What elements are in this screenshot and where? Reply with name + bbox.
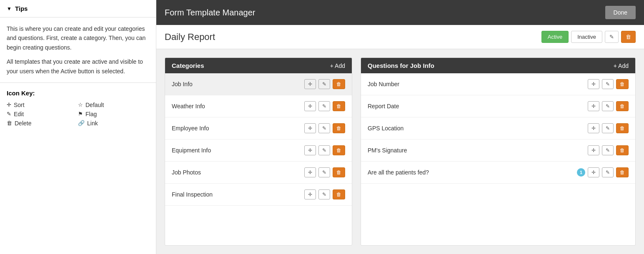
category-item-actions: ✛ ✎ 🗑 <box>304 79 345 89</box>
columns-area: Categories + Add Job Info ✛ ✎ 🗑 Weather … <box>156 49 644 254</box>
category-edit-button[interactable]: ✎ <box>318 189 330 199</box>
question-label: PM's Signature <box>368 147 588 154</box>
category-item-final-inspection[interactable]: Final Inspection ✛ ✎ 🗑 <box>165 184 352 206</box>
question-edit-button[interactable]: ✎ <box>602 167 614 177</box>
icon-key-link: 🔗 Link <box>78 120 149 127</box>
category-edit-button[interactable]: ✎ <box>318 145 330 155</box>
sort-label: Sort <box>14 102 25 108</box>
category-edit-button[interactable]: ✎ <box>318 167 330 177</box>
question-edit-button[interactable]: ✎ <box>602 145 614 155</box>
icon-key-edit: ✎ Edit <box>7 111 78 117</box>
category-label: Job Photos <box>172 169 304 176</box>
questions-panel-title: Questions for Job Info <box>368 62 434 69</box>
form-actions: Active Inactive ✎ 🗑 <box>541 31 636 43</box>
category-item-job-photos[interactable]: Job Photos ✛ ✎ 🗑 <box>165 162 352 184</box>
category-item-weather-info[interactable]: Weather Info ✛ ✎ 🗑 <box>165 95 352 117</box>
category-delete-button[interactable]: 🗑 <box>333 79 345 89</box>
question-delete-button[interactable]: 🗑 <box>616 167 629 177</box>
category-sort-button[interactable]: ✛ <box>304 79 316 89</box>
default-icon: ☆ <box>78 102 83 108</box>
icon-key-grid: ✛ Sort ☆ Default ✎ Edit ⚑ Flag 🗑 Delete … <box>7 102 149 127</box>
category-item-job-info[interactable]: Job Info ✛ ✎ 🗑 <box>165 73 352 95</box>
inactive-button[interactable]: Inactive <box>571 31 602 43</box>
category-delete-button[interactable]: 🗑 <box>333 167 345 177</box>
question-sort-button[interactable]: ✛ <box>588 101 599 111</box>
question-actions: ✛ ✎ 🗑 <box>588 145 629 155</box>
link-label: Link <box>87 120 98 127</box>
question-delete-button[interactable]: 🗑 <box>616 101 629 111</box>
default-label: Default <box>85 102 104 108</box>
delete-form-button[interactable]: 🗑 <box>621 31 636 43</box>
categories-panel-header: Categories + Add <box>165 58 352 73</box>
question-sort-button[interactable]: ✛ <box>588 167 599 177</box>
category-sort-button[interactable]: ✛ <box>304 189 316 199</box>
category-label: Final Inspection <box>172 191 304 198</box>
category-edit-button[interactable]: ✎ <box>318 101 330 111</box>
category-delete-button[interactable]: 🗑 <box>333 123 345 133</box>
edit-form-button[interactable]: ✎ <box>605 31 619 43</box>
category-sort-button[interactable]: ✛ <box>304 101 316 111</box>
category-item-actions: ✛ ✎ 🗑 <box>304 167 345 177</box>
category-item-employee-info[interactable]: Employee Info ✛ ✎ 🗑 <box>165 117 352 139</box>
icon-key-section: Icon Key: ✛ Sort ☆ Default ✎ Edit ⚑ Flag… <box>0 83 156 133</box>
question-edit-button[interactable]: ✎ <box>602 101 614 111</box>
category-label: Employee Info <box>172 125 304 132</box>
category-delete-button[interactable]: 🗑 <box>333 145 345 155</box>
question-sort-button[interactable]: ✛ <box>588 145 599 155</box>
categories-add-button[interactable]: + Add <box>330 62 345 69</box>
category-sort-button[interactable]: ✛ <box>304 145 316 155</box>
category-list: Job Info ✛ ✎ 🗑 Weather Info ✛ ✎ 🗑 <box>165 73 352 245</box>
questions-panel-header: Questions for Job Info + Add <box>361 58 635 73</box>
question-item-patients-fed: Are all the patients fed? 1 ✛ ✎ 🗑 <box>361 162 635 184</box>
question-sort-button[interactable]: ✛ <box>588 79 599 89</box>
flag-icon: ⚑ <box>78 111 83 117</box>
categories-panel-title: Categories <box>172 62 204 69</box>
question-badge: 1 <box>577 168 585 177</box>
question-item-report-date: Report Date ✛ ✎ 🗑 <box>361 95 635 117</box>
category-delete-button[interactable]: 🗑 <box>333 189 345 199</box>
category-delete-button[interactable]: 🗑 <box>333 101 345 111</box>
category-item-actions: ✛ ✎ 🗑 <box>304 145 345 155</box>
done-button[interactable]: Done <box>605 6 636 19</box>
question-sort-button[interactable]: ✛ <box>588 123 599 133</box>
questions-add-button[interactable]: + Add <box>614 62 629 69</box>
question-label: GPS Location <box>368 125 588 132</box>
category-sort-button[interactable]: ✛ <box>304 167 316 177</box>
question-actions: ✛ ✎ 🗑 <box>588 123 629 133</box>
category-label: Equipment Info <box>172 147 304 154</box>
edit-icon: ✎ <box>7 111 11 117</box>
question-edit-button[interactable]: ✎ <box>602 79 614 89</box>
main-content: Form Template Manager Done Daily Report … <box>156 0 644 254</box>
active-button[interactable]: Active <box>541 31 569 43</box>
tips-title: Tips <box>15 5 28 12</box>
tips-body: This is where you can create and edit yo… <box>0 17 156 83</box>
chevron-down-icon: ▼ <box>7 6 12 12</box>
delete-icon: 🗑 <box>7 120 12 126</box>
sort-icon: ✛ <box>7 102 11 108</box>
question-actions: 1 ✛ ✎ 🗑 <box>577 167 629 177</box>
question-delete-button[interactable]: 🗑 <box>616 145 629 155</box>
icon-key-sort: ✛ Sort <box>7 102 78 108</box>
category-item-equipment-info[interactable]: Equipment Info ✛ ✎ 🗑 <box>165 139 352 162</box>
category-sort-button[interactable]: ✛ <box>304 123 316 133</box>
icon-key-title: Icon Key: <box>7 90 149 97</box>
delete-label: Delete <box>15 120 31 127</box>
question-label: Report Date <box>368 103 588 110</box>
question-actions: ✛ ✎ 🗑 <box>588 101 629 111</box>
question-delete-button[interactable]: 🗑 <box>616 79 629 89</box>
question-actions: ✛ ✎ 🗑 <box>588 79 629 89</box>
question-delete-button[interactable]: 🗑 <box>616 123 629 133</box>
question-edit-button[interactable]: ✎ <box>602 123 614 133</box>
category-edit-button[interactable]: ✎ <box>318 79 330 89</box>
question-item-pm-signature: PM's Signature ✛ ✎ 🗑 <box>361 139 635 162</box>
question-item-job-number: Job Number ✛ ✎ 🗑 <box>361 73 635 95</box>
tips-text-1: This is where you can create and edit yo… <box>7 24 149 52</box>
tips-text-2: All templates that you create are active… <box>7 57 149 76</box>
tips-header[interactable]: ▼ Tips <box>0 0 156 17</box>
icon-key-default: ☆ Default <box>78 102 149 108</box>
category-label: Job Info <box>172 81 304 87</box>
category-edit-button[interactable]: ✎ <box>318 123 330 133</box>
icon-key-flag: ⚑ Flag <box>78 111 149 117</box>
link-icon: 🔗 <box>78 120 85 126</box>
app-title: Form Template Manager <box>165 8 256 17</box>
